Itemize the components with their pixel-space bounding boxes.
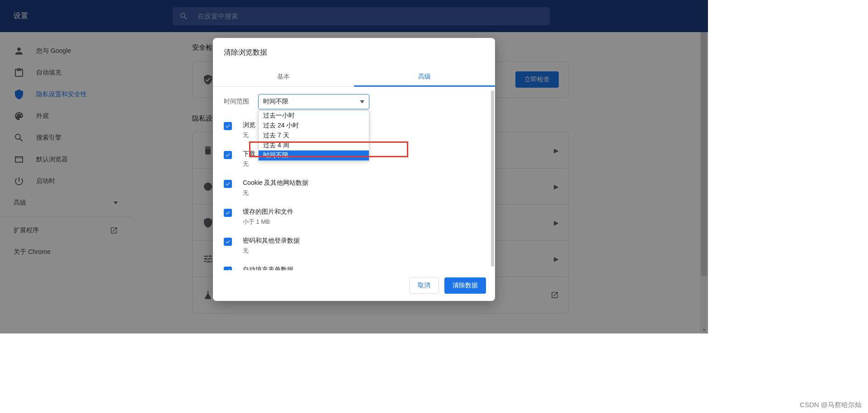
option-label: 缓存的图片和文件 [243, 208, 293, 216]
option-sub: 小于 1 MB [243, 218, 293, 226]
modal-scrollbar[interactable] [491, 90, 494, 267]
option-cookies[interactable]: Cookie 及其他网站数据无 [224, 176, 484, 205]
option-label: 密码和其他登录数据 [243, 237, 300, 245]
clear-data-modal: 清除浏览数据 基本 高级 时间范围 时间不限 过去一小时 过去 2 [213, 38, 495, 301]
dropdown-option-hour[interactable]: 过去一小时 [259, 111, 369, 121]
modal-title: 清除浏览数据 [213, 38, 495, 67]
checkbox[interactable] [224, 151, 232, 159]
checkbox[interactable] [224, 122, 232, 130]
option-label: Cookie 及其他网站数据 [243, 179, 308, 187]
checkbox[interactable] [224, 238, 232, 246]
option-sub: 无 [243, 247, 300, 255]
modal-tabs: 基本 高级 [213, 67, 495, 87]
option-label: 下载 [243, 150, 255, 158]
time-range-selected: 时间不限 [263, 98, 288, 106]
dropdown-option-4weeks[interactable]: 过去 4 周 [259, 141, 369, 150]
watermark: CSDN @马察哈尔灿 [800, 401, 862, 409]
dropdown-option-week[interactable]: 过去 7 天 [259, 131, 369, 141]
time-range-select[interactable]: 时间不限 [258, 94, 369, 109]
cancel-button[interactable]: 取消 [409, 277, 439, 294]
tab-advanced[interactable]: 高级 [354, 67, 495, 86]
checkbox[interactable] [224, 267, 232, 270]
option-label: 浏览 [243, 121, 255, 129]
option-passwords[interactable]: 密码和其他登录数据无 [224, 234, 484, 263]
time-range-label: 时间范围 [224, 98, 258, 106]
clear-data-button[interactable]: 清除数据 [444, 277, 486, 294]
option-sub: 无 [243, 131, 255, 139]
option-label: 自动填充表单数据 [243, 266, 293, 270]
option-sub: 无 [243, 189, 308, 197]
checkbox[interactable] [224, 180, 232, 188]
chevron-down-icon [360, 100, 364, 103]
option-sub: 无 [243, 160, 255, 168]
option-autofill-form[interactable]: 自动填充表单数据 [224, 263, 484, 270]
dropdown-option-all[interactable]: 时间不限 [259, 150, 369, 160]
time-range-dropdown: 过去一小时 过去 24 小时 过去 7 天 过去 4 周 时间不限 [258, 110, 369, 161]
checkbox[interactable] [224, 209, 232, 217]
dropdown-option-day[interactable]: 过去 24 小时 [259, 121, 369, 131]
tab-basic[interactable]: 基本 [213, 67, 354, 86]
option-cache[interactable]: 缓存的图片和文件小于 1 MB [224, 205, 484, 234]
